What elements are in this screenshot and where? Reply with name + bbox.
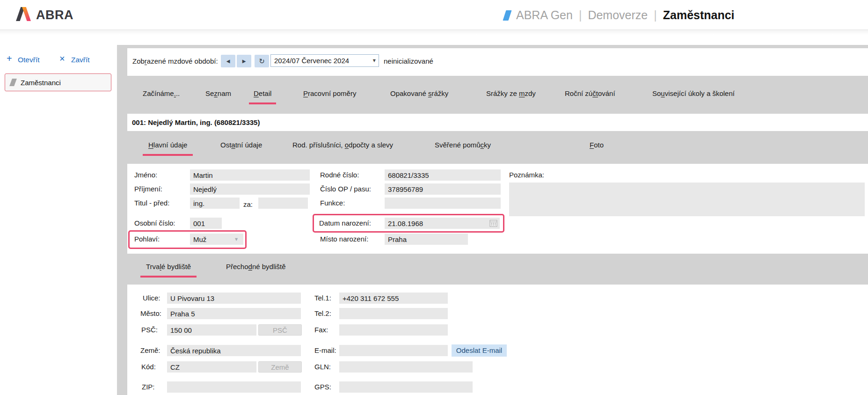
pohlavi-label: Pohlaví: — [134, 235, 160, 243]
period-select-value: 2024/07 Červenec 2024 — [274, 55, 349, 66]
logo-text: ABRA — [36, 8, 73, 22]
tab-ostatni-udaje[interactable]: Ostatní údaje — [215, 140, 268, 154]
rodne-cislo-label: Rodné číslo: — [320, 171, 359, 179]
zeme-lookup-button[interactable]: Země — [258, 361, 302, 373]
edition-name: Demoverze — [588, 8, 648, 22]
zeme-label: Země: — [140, 346, 160, 354]
tab-hlavni-udaje[interactable]: Hlavní údaje — [143, 140, 193, 156]
mesto-input[interactable] — [167, 308, 301, 319]
tab-opakovane-srazky[interactable]: Opakované srážky — [386, 89, 453, 102]
gln-label: GLN: — [314, 363, 331, 371]
titul-za-label: za: — [243, 200, 253, 208]
tel2-label: Tel.2: — [314, 309, 331, 317]
top-separator-band — [117, 45, 868, 48]
tab-zaciname[interactable]: Začínáme... — [138, 89, 184, 102]
tab-foto[interactable]: Foto — [584, 140, 609, 154]
title-separator: | — [654, 8, 657, 22]
title-separator: | — [579, 8, 582, 22]
titul-pred-input[interactable] — [190, 198, 240, 209]
zeme-input[interactable] — [167, 345, 301, 356]
sidebar-item-zamestnanci[interactable]: Zaměstnanci — [5, 73, 111, 91]
gps-input[interactable] — [339, 381, 473, 393]
ulice-input[interactable] — [167, 293, 301, 304]
tab-rocni-zuctovani[interactable]: Roční zúčtování — [560, 89, 620, 102]
tab-sverene-pomucky[interactable]: Svěřené pomůcky — [429, 140, 496, 154]
abra-logo: ABRA — [15, 7, 73, 23]
sidebar-item-label: Zaměstnanci — [21, 79, 61, 87]
open-button[interactable]: Otevřít — [18, 56, 40, 64]
calendar-icon[interactable] — [489, 219, 497, 227]
misto-narozeni-input[interactable] — [385, 234, 468, 245]
module-name: Zaměstnanci — [663, 8, 735, 22]
period-label: Zobrazené mzdové období: — [132, 55, 218, 67]
datum-narozeni-label: Datum narození: — [319, 219, 371, 227]
record-header: 001: Nejedlý Martin, ing. (680821/3335) — [132, 114, 260, 131]
pohlavi-select[interactable] — [190, 234, 243, 245]
app-title: ABRA Gen | Demoverze | Zaměstnanci — [504, 8, 735, 22]
tel1-label: Tel.1: — [314, 294, 331, 302]
chevron-down-icon: ▼ — [373, 59, 376, 63]
mesto-label: Město: — [140, 309, 161, 317]
gps-label: GPS: — [314, 383, 331, 391]
tab-seznam[interactable]: Seznam — [201, 89, 236, 102]
abra-logo-icon — [15, 7, 32, 23]
tab-pracovni-pomery[interactable]: Pracovní poměry — [299, 89, 361, 102]
funkce-input[interactable] — [385, 198, 501, 209]
tab-detail[interactable]: Detail — [249, 89, 276, 104]
email-input[interactable] — [339, 345, 448, 356]
header-bar: ABRA ABRA Gen | Demoverze | Zaměstnanci — [0, 0, 868, 30]
tab-prechodne-bydliste[interactable]: Přechodné bydliště — [220, 262, 292, 276]
tel1-input[interactable] — [339, 293, 448, 304]
jmeno-label: Jméno: — [134, 171, 157, 179]
email-label: E-mail: — [314, 346, 336, 354]
rodne-cislo-input[interactable] — [385, 169, 501, 181]
datum-narozeni-input[interactable] — [385, 218, 500, 229]
period-select[interactable]: 2024/07 Červenec 2024 ▼ — [270, 54, 379, 67]
app-title-icon — [503, 10, 511, 21]
tel2-input[interactable] — [339, 308, 448, 319]
app-name: ABRA Gen — [516, 8, 573, 22]
tab-souvisejici-ukoly[interactable]: Související úkoly a školení — [648, 89, 739, 102]
cislo-op-label: Číslo OP / pasu: — [320, 185, 371, 193]
misto-narozeni-label: Místo narození: — [320, 235, 368, 243]
jmeno-input[interactable] — [190, 169, 310, 181]
period-status: neinicializované — [384, 55, 433, 67]
psc-lookup-button[interactable]: PSČ — [258, 324, 302, 336]
tab-srazky-ze-mzdy[interactable]: Srážky ze mzdy — [481, 89, 540, 102]
titul-pred-label: Titul - před: — [134, 199, 169, 207]
sidebar: + Otevřít × Zavřít Zaměstnanci — [0, 30, 117, 395]
refresh-period-button[interactable]: ↻ — [255, 55, 269, 67]
close-icon: × — [59, 53, 65, 64]
poznamka-textarea[interactable] — [509, 183, 865, 216]
cislo-op-input[interactable] — [385, 183, 501, 195]
ulice-label: Ulice: — [143, 294, 160, 302]
psc-label: PSČ: — [141, 326, 158, 334]
poznamka-label: Poznámka: — [509, 171, 544, 179]
tab-rod-prislusnici[interactable]: Rod. příslušníci, odpočty a slevy — [287, 140, 399, 154]
zip-label: ZIP: — [142, 383, 155, 391]
abra-gen-window: { "header": { "logo_text": "ABRA", "app"… — [0, 0, 868, 395]
osobni-cislo-input[interactable] — [190, 218, 222, 229]
psc-input[interactable] — [167, 324, 256, 336]
osobni-cislo-label: Osobní číslo: — [134, 219, 175, 227]
send-email-button[interactable]: Odeslat E-mail — [452, 344, 507, 357]
prijmeni-label: Příjmení: — [134, 185, 162, 193]
gln-input[interactable] — [339, 361, 473, 373]
zip-input[interactable] — [167, 381, 301, 393]
titul-za-input[interactable] — [258, 198, 308, 209]
prijmeni-input[interactable] — [190, 183, 310, 195]
kod-input[interactable] — [167, 361, 256, 373]
next-period-button[interactable]: ▶ — [237, 55, 251, 67]
previous-period-button[interactable]: ◀ — [221, 55, 235, 67]
funkce-label: Funkce: — [320, 199, 345, 207]
fax-input[interactable] — [339, 324, 448, 336]
fax-label: Fax: — [314, 326, 328, 334]
kod-label: Kód: — [141, 363, 156, 371]
tab-trvale-bydliste[interactable]: Trvalé bydliště — [140, 262, 197, 278]
close-button[interactable]: Zavřít — [71, 56, 90, 64]
plus-icon: + — [7, 53, 12, 64]
module-slash-icon — [9, 79, 17, 86]
